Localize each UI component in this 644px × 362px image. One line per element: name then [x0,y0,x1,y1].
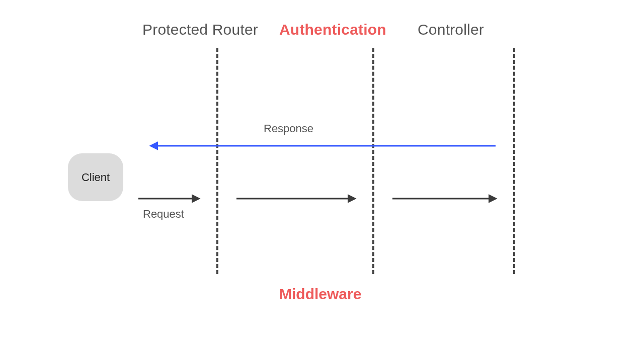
arrows-layer [0,0,644,362]
diagram-stage: Protected Router Authentication Controll… [0,0,644,362]
